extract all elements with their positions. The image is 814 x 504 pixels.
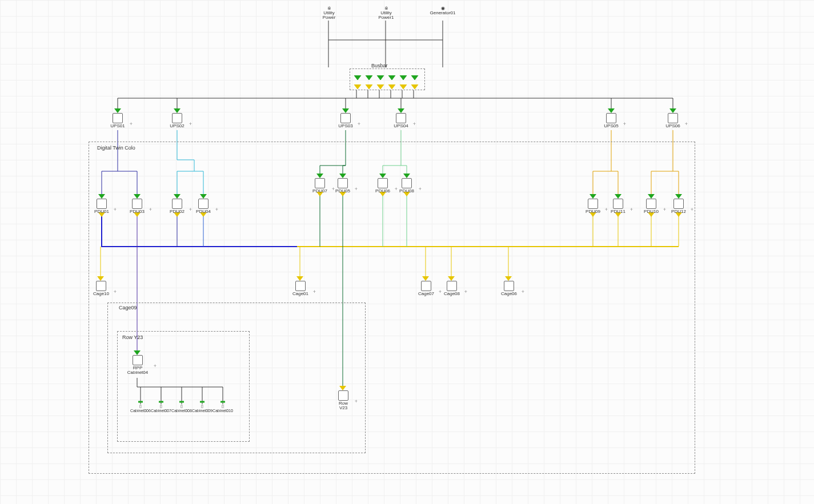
rpp-icon (133, 355, 143, 365)
colo-label: Digital Twin Colo (97, 145, 135, 151)
expand-icon[interactable]: + (189, 207, 192, 212)
bolt-icon (132, 199, 142, 209)
cabinet006[interactable]: ▯Cabinet006 (129, 404, 152, 413)
row-v23[interactable]: RowV23+ (335, 390, 352, 411)
ups-icon (113, 113, 123, 123)
pdu06[interactable]: PDU06+ (374, 178, 392, 193)
cage-icon (421, 281, 431, 291)
rack-icon: ▯ (160, 404, 162, 408)
expand-icon[interactable]: + (522, 289, 524, 295)
ups01[interactable]: UPS01+ (109, 113, 127, 128)
expand-icon[interactable]: + (439, 289, 442, 295)
rack-icon: ▯ (201, 404, 203, 408)
pdu09[interactable]: PDU09+ (584, 199, 602, 214)
rack-icon: ▯ (139, 404, 142, 408)
pdu05[interactable]: PDU05+ (334, 178, 352, 193)
expand-icon[interactable]: + (663, 207, 666, 212)
bolt-icon (338, 178, 348, 188)
cage10[interactable]: Cage10+ (91, 281, 111, 296)
expand-icon[interactable]: + (630, 207, 633, 212)
ups03[interactable]: UPS03+ (336, 113, 355, 128)
pdu04[interactable]: PDU04+ (194, 199, 212, 214)
ups05[interactable]: UPS05+ (602, 113, 620, 128)
ups02[interactable]: UPS02+ (168, 113, 186, 128)
expand-icon[interactable]: + (215, 207, 218, 212)
expand-icon[interactable]: + (130, 121, 133, 127)
expand-icon[interactable]: + (413, 121, 416, 127)
cage-icon (447, 281, 457, 291)
busbar-label: Busbar (371, 63, 388, 68)
utility-power[interactable]: ※UtilityPower (319, 6, 339, 21)
bolt-icon (673, 199, 684, 209)
cage01[interactable]: Cage01+ (291, 281, 310, 296)
bolt-icon (315, 178, 325, 188)
ups-icon (340, 113, 351, 123)
bolt-icon (198, 199, 208, 209)
expand-icon[interactable]: + (154, 363, 157, 369)
cage-icon (96, 281, 106, 291)
utility-power1[interactable]: ※UtilityPower1 (376, 6, 396, 21)
bolt-icon (378, 178, 388, 188)
ups-icon (396, 113, 406, 123)
busbar-box[interactable] (350, 68, 425, 90)
bolt-icon (588, 199, 598, 209)
row-y23-box[interactable] (117, 331, 250, 442)
expand-icon[interactable]: + (149, 207, 152, 212)
generator01[interactable]: ◉Generator01 (428, 6, 457, 15)
expand-icon[interactable]: + (355, 398, 358, 404)
cage06[interactable]: Cage06+ (499, 281, 519, 296)
cage09-label: Cage09 (119, 305, 137, 311)
rack-icon: ▯ (181, 404, 183, 408)
cage-icon (504, 281, 514, 291)
pdu02[interactable]: PDU02+ (168, 199, 186, 214)
pdu01[interactable]: PDU01+ (93, 199, 111, 214)
ups-icon (172, 113, 182, 123)
pdu03[interactable]: PDU03+ (128, 199, 146, 214)
pdu12[interactable]: PDU12+ (669, 199, 688, 214)
expand-icon[interactable]: + (114, 207, 117, 212)
ups04[interactable]: UPS04+ (392, 113, 410, 128)
expand-icon[interactable]: + (358, 121, 360, 127)
rpp-cabinet04[interactable]: RPPCabinet04+ (125, 355, 151, 376)
cabinet010[interactable]: ▯Cabinet010 (211, 404, 234, 413)
pdu11[interactable]: PDU11+ (609, 199, 627, 214)
cabinet008[interactable]: ▯Cabinet008 (170, 404, 193, 413)
cage-icon (295, 281, 306, 291)
cabinet007[interactable]: ▯Cabinet007 (150, 404, 173, 413)
rack-icon: ▯ (222, 404, 224, 408)
row-icon (338, 390, 348, 401)
diagram-canvas[interactable]: { "sources":{ "utility_power":"Utility\n… (0, 0, 814, 504)
ups-icon (668, 113, 678, 123)
pdu08[interactable]: PDU08+ (398, 178, 416, 193)
expand-icon[interactable]: + (313, 289, 316, 295)
bolt-icon (97, 199, 107, 209)
ups06[interactable]: UPS06+ (664, 113, 682, 128)
bolt-icon (646, 199, 656, 209)
expand-icon[interactable]: + (355, 186, 358, 192)
cabinet009[interactable]: ▯Cabinet009 (191, 404, 214, 413)
expand-icon[interactable]: + (114, 289, 117, 295)
bolt-icon (402, 178, 412, 188)
bolt-icon (172, 199, 182, 209)
row-y23-label: Row Y23 (122, 334, 143, 340)
expand-icon[interactable]: + (419, 186, 422, 192)
pdu10[interactable]: PDU10+ (642, 199, 660, 214)
expand-icon[interactable]: + (189, 121, 192, 127)
pdu07[interactable]: PDU07+ (311, 178, 329, 193)
cage07[interactable]: Cage07+ (416, 281, 436, 296)
bolt-icon (613, 199, 623, 209)
expand-icon[interactable]: + (605, 207, 608, 212)
expand-icon[interactable]: + (685, 121, 688, 127)
expand-icon[interactable]: + (691, 207, 693, 212)
expand-icon[interactable]: + (623, 121, 626, 127)
ups-icon (606, 113, 616, 123)
cage08[interactable]: Cage08+ (442, 281, 462, 296)
expand-icon[interactable]: + (464, 289, 467, 295)
